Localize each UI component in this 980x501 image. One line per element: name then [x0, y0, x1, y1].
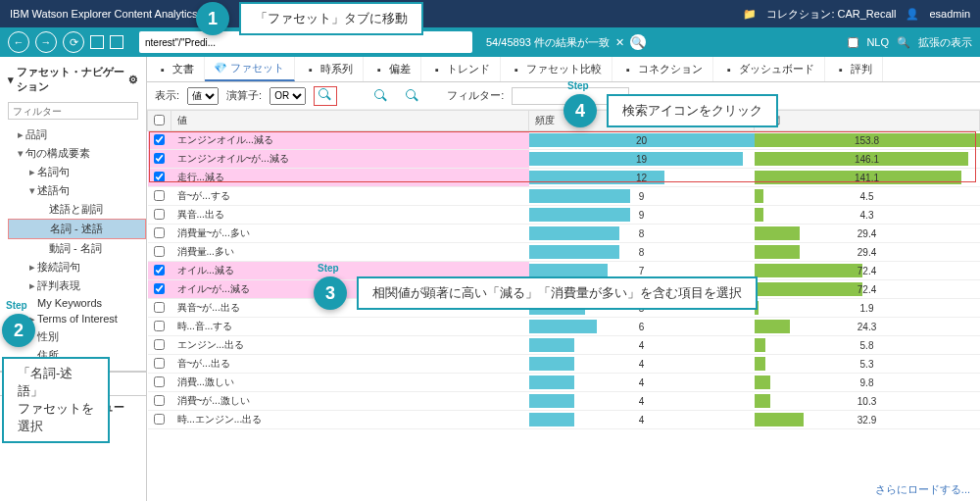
connection-icon: ▪ — [622, 64, 634, 75]
user-name[interactable]: esadmin — [929, 8, 970, 20]
search-input[interactable] — [145, 37, 466, 48]
magnifier-icon-2[interactable] — [374, 89, 388, 103]
folder-icon: 📁 — [743, 8, 757, 21]
tab-ダッシュボード[interactable]: ▪ダッシュボード — [713, 57, 825, 81]
freq-value: 19 — [535, 154, 749, 165]
table-row[interactable]: 消費...激しい49.8 — [148, 374, 980, 392]
tab-コネクション[interactable]: ▪コネクション — [612, 57, 713, 81]
select-all-header[interactable] — [148, 111, 172, 131]
row-checkbox[interactable] — [154, 358, 165, 369]
row-checkbox[interactable] — [154, 302, 165, 313]
freq-value: 12 — [535, 173, 749, 183]
row-checkbox[interactable] — [154, 321, 165, 331]
tab-時系列[interactable]: ▪時系列 — [295, 57, 364, 81]
row-value: エンジンオイル...減る — [172, 131, 529, 150]
sidebar-item-品詞[interactable]: ▸品詞 — [8, 125, 146, 144]
corr-value: 5.3 — [760, 359, 974, 370]
sidebar-filter-input[interactable] — [8, 102, 138, 120]
corr-value: 146.1 — [760, 154, 974, 165]
table-row[interactable]: 消費量~が...多い829.4 — [148, 225, 980, 243]
sidebar-item-名詞句[interactable]: ▸名詞句 — [8, 163, 146, 181]
forward-button[interactable]: → — [35, 31, 57, 53]
app-header: IBM Watson Explorer Content Analytics 📁 … — [0, 0, 980, 27]
row-value: 時...音...する — [172, 318, 529, 336]
freq-value: 4 — [535, 340, 749, 351]
expand-icon[interactable]: 🔍 — [897, 36, 910, 49]
results-table: 値 頻度 相関 エンジンオイル...減る20153.8エンジンオイル~が...減… — [147, 110, 980, 429]
tab-トレンド[interactable]: ▪トレンド — [421, 57, 501, 81]
display-select[interactable]: 値 — [187, 87, 219, 105]
collection-label[interactable]: コレクション: CAR_Recall — [766, 7, 896, 22]
sidebar-item-述語句[interactable]: ▾述語句 — [8, 181, 146, 200]
tab-ファセット[interactable]: 💎ファセット — [205, 57, 295, 81]
toggle-1[interactable] — [90, 35, 104, 49]
table-row[interactable]: エンジンオイル~が...減る19146.1 — [148, 150, 980, 169]
table-row[interactable]: 異音...出る94.3 — [148, 206, 980, 225]
tab-文書[interactable]: ▪文書 — [147, 57, 205, 81]
chevron-down-icon[interactable]: ▾ — [8, 74, 14, 86]
reputation-icon: ▪ — [835, 64, 847, 75]
col-value[interactable]: 値 — [172, 111, 529, 131]
sidebar-item-接続詞句[interactable]: ▸接続詞句 — [8, 258, 146, 276]
search-action-button[interactable] — [314, 86, 337, 106]
row-checkbox[interactable] — [154, 414, 165, 425]
table-row[interactable]: エンジンオイル...減る20153.8 — [148, 131, 980, 150]
back-button[interactable]: ← — [8, 31, 29, 53]
tabs: ▪文書💎ファセット▪時系列▪偏差▪トレンド▪ファセット比較▪コネクション▪ダッシ… — [147, 57, 980, 82]
magnifier-icon-3[interactable] — [406, 89, 419, 103]
step2-annotation: Step 2 「名詞-述語」 ファセットを選択 — [2, 314, 110, 443]
tab-評判[interactable]: ▪評判 — [825, 57, 883, 81]
expand-label[interactable]: 拡張の表示 — [918, 35, 972, 50]
operator-select[interactable]: OR — [270, 87, 306, 105]
row-value: 走行...減る — [172, 169, 529, 187]
operator-label: 演算子: — [226, 88, 262, 103]
row-checkbox[interactable] — [154, 153, 165, 164]
sidebar-item-評判表現[interactable]: ▸評判表現 — [8, 276, 146, 295]
row-checkbox[interactable] — [154, 283, 165, 294]
row-checkbox[interactable] — [154, 134, 165, 145]
row-checkbox[interactable] — [154, 265, 165, 276]
corr-value: 4.3 — [760, 210, 974, 221]
nlq-checkbox[interactable] — [848, 37, 858, 48]
gear-icon[interactable]: ⚙ — [128, 74, 138, 86]
col-corr[interactable]: 相関 — [755, 111, 980, 131]
row-value: 消費...激しい — [172, 374, 529, 392]
table-row[interactable]: エンジン...出る45.8 — [148, 336, 980, 355]
refresh-button[interactable]: ⟳ — [63, 31, 84, 53]
row-checkbox[interactable] — [154, 209, 165, 220]
clear-icon[interactable]: ✕ — [615, 36, 624, 49]
row-value: 消費量...多い — [172, 243, 529, 262]
tab-ファセット比較[interactable]: ▪ファセット比較 — [501, 57, 612, 81]
row-checkbox[interactable] — [154, 172, 165, 182]
table-row[interactable]: 音~が...出る45.3 — [148, 355, 980, 374]
row-value: 音~が...する — [172, 187, 529, 206]
table-row[interactable]: 音~が...する94.5 — [148, 187, 980, 206]
table-row[interactable]: 消費量...多い829.4 — [148, 243, 980, 262]
sidebar-item-述語と副詞[interactable]: 述語と副詞 — [8, 200, 146, 219]
freq-value: 9 — [535, 191, 749, 202]
table-row[interactable]: 時...エンジン...出る432.9 — [148, 411, 980, 429]
row-checkbox[interactable] — [154, 190, 165, 201]
sidebar-item-My Keywords[interactable]: My Keywords — [8, 295, 146, 311]
toolbar: ← → ⟳ 54/45893 件の結果が一致 ✕ 🔍 NLQ 🔍 拡張の表示 — [0, 27, 980, 57]
freq-value: 4 — [535, 396, 749, 407]
row-checkbox[interactable] — [154, 227, 165, 238]
row-value: 異音...出る — [172, 206, 529, 225]
row-checkbox[interactable] — [154, 376, 165, 387]
corr-value: 1.9 — [760, 303, 974, 314]
row-checkbox[interactable] — [154, 246, 165, 257]
row-checkbox[interactable] — [154, 339, 165, 350]
table-row[interactable]: 消費~が...激しい410.3 — [148, 392, 980, 411]
corr-value: 29.4 — [760, 228, 974, 239]
table-row[interactable]: 走行...減る12141.1 — [148, 169, 980, 187]
sidebar-item-句の構成要素[interactable]: ▾句の構成要素 — [8, 144, 146, 163]
load-more-link[interactable]: さらにロードする... — [147, 478, 980, 501]
tab-偏差[interactable]: ▪偏差 — [364, 57, 421, 81]
sidebar-item-動詞 - 名詞[interactable]: 動詞 - 名詞 — [8, 239, 146, 258]
toggle-2[interactable] — [110, 35, 123, 49]
sidebar-item-名詞 - 述語[interactable]: 名詞 - 述語 — [8, 219, 146, 239]
search-icon[interactable]: 🔍 — [630, 34, 646, 50]
row-value: エンジン...出る — [172, 336, 529, 355]
row-checkbox[interactable] — [154, 395, 165, 406]
table-row[interactable]: 時...音...する624.3 — [148, 318, 980, 336]
